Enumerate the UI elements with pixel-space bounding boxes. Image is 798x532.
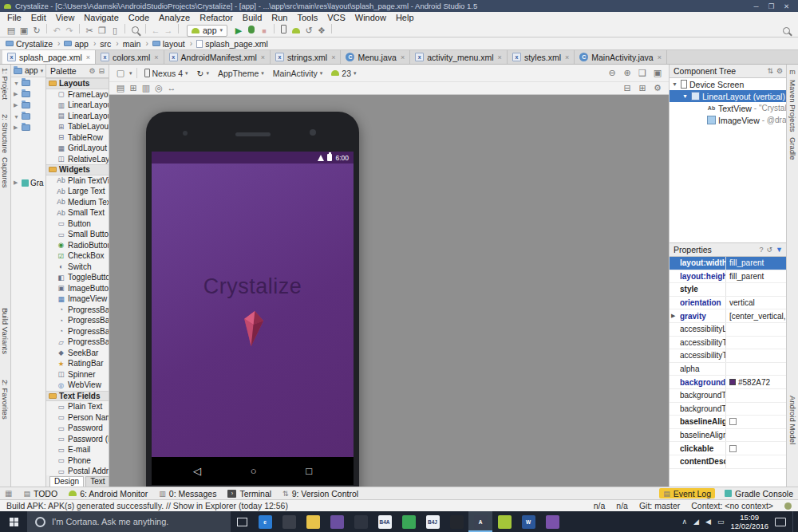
breadcrumb-item[interactable]: src › (99, 39, 121, 49)
tool-button-structure[interactable]: 2: Structure (1, 114, 10, 153)
project-tree-row[interactable]: ▼ (11, 111, 45, 122)
taskbar-app-file-explorer[interactable] (301, 511, 325, 532)
tool-button-project[interactable]: 1: Project (1, 68, 10, 100)
expand-all-icon[interactable]: ⊞ (636, 83, 649, 94)
tool-button-terminal[interactable]: › Terminal (227, 489, 271, 499)
breadcrumb-item[interactable]: splash_page.xml › (196, 39, 269, 49)
open-icon[interactable]: ▤ (5, 26, 18, 37)
property-row[interactable]: ▶ accessibilityTra... (670, 337, 787, 350)
expander-icon[interactable]: ▼ (14, 114, 20, 120)
editor-tab[interactable]: x colors.xml × (96, 50, 164, 64)
taskbar-clock[interactable]: 15:09 12/02/2016 (730, 513, 768, 531)
property-value-cell[interactable]: fill_parent (726, 270, 787, 283)
palette-item[interactable]: ▭ Postal Address... (46, 466, 109, 475)
palette-item[interactable]: ▱ ProgressBar (H... (46, 337, 109, 348)
property-value-cell[interactable] (726, 429, 787, 442)
orientation-icon[interactable]: ↔ (165, 82, 178, 93)
menu-item[interactable]: Window (350, 12, 391, 24)
palette-item[interactable]: ◔ ProgressBar (N... (46, 315, 109, 326)
task-view-button[interactable] (231, 511, 253, 532)
project-tree-row[interactable]: ▶ (11, 89, 45, 100)
property-row[interactable]: ▶ style (670, 283, 787, 297)
palette-item[interactable]: ▭ Button (46, 219, 109, 230)
project-tree-row[interactable]: ▶ (11, 100, 45, 111)
show-desktop-button[interactable] (792, 511, 796, 532)
component-tree-item[interactable]: Ab TextView - "Crystalize" (670, 102, 787, 114)
property-value-cell[interactable] (726, 349, 787, 362)
line-separator-widget[interactable]: n/a (616, 501, 628, 510)
taskbar-app-icon[interactable] (277, 511, 301, 532)
settings-gear-icon[interactable]: ⚙ (651, 83, 664, 94)
save-icon[interactable]: ▣ (18, 26, 30, 37)
palette-item[interactable]: ☑ CheckBox (46, 250, 109, 262)
expander-icon[interactable]: ▶ (14, 91, 20, 97)
gradle-sync-icon[interactable]: ↺ (302, 26, 315, 37)
property-row[interactable]: ▶ layout:height fill_parent (670, 270, 787, 284)
property-value-cell[interactable] (726, 442, 787, 455)
tool-button-favorites[interactable]: 2: Favorites (1, 380, 10, 420)
close-tab-icon[interactable]: × (497, 53, 502, 61)
design-canvas[interactable]: 6:00 Crystalize (109, 95, 669, 487)
inspections-profile-icon[interactable] (784, 502, 792, 510)
component-tree-item[interactable]: ImageView - @drawable/ (670, 114, 787, 126)
expander-icon[interactable]: ▶ (14, 102, 20, 108)
menu-item[interactable]: Refactor (195, 12, 238, 24)
palette-item[interactable]: Widgets (46, 164, 109, 175)
tool-button-gradle-console[interactable]: Gradle Console (725, 489, 793, 499)
preview-mode-icon[interactable]: ◎ (152, 83, 165, 94)
run-icon[interactable]: ▶ (232, 26, 245, 37)
property-row[interactable]: ▶ accessibilityTra... (670, 349, 787, 363)
editor-tab[interactable]: x styles.xml × (508, 50, 575, 64)
project-tree-row[interactable]: ▶ (11, 122, 45, 133)
property-value-cell[interactable]: #582A72 (726, 376, 787, 388)
palette-item[interactable]: Text Fields (46, 391, 109, 402)
menu-item[interactable]: Tools (292, 12, 322, 24)
palette-item[interactable]: Ab Plain TextView (46, 175, 109, 187)
palette-item[interactable]: ⊟ TableRow (46, 132, 109, 144)
taskbar-app-word[interactable]: W (516, 511, 540, 532)
snap-to-grid-icon[interactable]: ▥ (140, 83, 152, 94)
editor-tab[interactable]: C Menu.java × (341, 50, 410, 64)
property-value-cell[interactable] (726, 389, 787, 402)
orientation-select[interactable]: ↻ ▾ (194, 67, 212, 80)
palette-item[interactable]: ▭ Plain Text (46, 401, 109, 412)
help-icon[interactable]: ? (760, 246, 764, 254)
api-level-select[interactable]: 23 ▾ (328, 67, 359, 80)
palette-item[interactable]: ◆ SeekBar (46, 348, 109, 359)
zoom-out-icon[interactable]: ⊖ (606, 68, 618, 79)
sdk-manager-icon[interactable] (292, 28, 300, 33)
paste-icon[interactable]: ▯ (109, 26, 121, 37)
undo-icon[interactable]: ↶ (50, 26, 63, 37)
palette-item[interactable]: ▭ E-mail (46, 444, 109, 455)
start-button[interactable] (0, 511, 27, 532)
tool-button-captures[interactable]: Captures (1, 157, 10, 188)
text-tab[interactable]: Text (85, 476, 109, 487)
render-options-icon[interactable]: ▤ (114, 83, 127, 94)
taskbar-app-android-studio[interactable]: A (468, 511, 492, 532)
find-icon[interactable] (132, 26, 139, 33)
palette-item[interactable]: ▦ GridLayout (46, 143, 109, 154)
taskbar-app-android[interactable] (492, 511, 516, 532)
debug-icon[interactable] (248, 26, 255, 33)
menu-item[interactable]: Help (391, 12, 419, 24)
palette-item[interactable]: ▭ Phone (46, 455, 109, 467)
palette-item[interactable]: ▥ LinearLayout (H... (46, 100, 109, 111)
position-widget[interactable]: n/a (594, 501, 606, 510)
palette-item[interactable]: ⊞ TableLayout (46, 121, 109, 132)
collapse-all-icon[interactable]: ⊟ (621, 83, 634, 94)
palette-item[interactable]: ◧ ToggleButton (46, 272, 109, 283)
property-value-cell[interactable]: [center_vertical, c... (726, 309, 787, 322)
avd-manager-icon[interactable] (281, 25, 286, 33)
context-widget[interactable]: Context: <no context> (691, 501, 773, 510)
status-message[interactable]: Build APK: APK(s) generated successfully… (6, 501, 288, 510)
theme-select[interactable]: AppTheme ▾ (215, 67, 267, 80)
filter-icon[interactable]: ▼ (776, 246, 783, 254)
close-tab-icon[interactable]: × (657, 53, 662, 61)
palette-item[interactable]: ◫ RelativeLayout (46, 154, 109, 165)
close-button[interactable]: ✕ (779, 2, 794, 10)
property-value-cell[interactable] (726, 416, 787, 428)
reset-icon[interactable]: ↺ (767, 246, 773, 254)
component-tree-item[interactable]: ▼ LinearLayout (vertical) (670, 90, 787, 102)
palette-item[interactable]: ◐ Switch (46, 262, 109, 273)
expander-icon[interactable]: ▼ (682, 93, 689, 99)
